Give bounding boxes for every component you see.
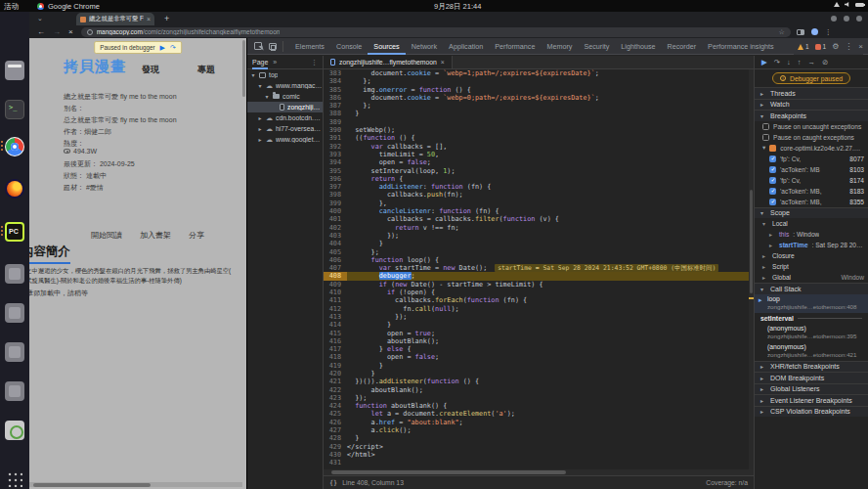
line-number[interactable]: 415 xyxy=(324,330,347,337)
expand-arrow-icon[interactable]: ▸ xyxy=(769,242,775,248)
line-number[interactable]: 413 xyxy=(324,313,347,321)
line-number[interactable]: 421 xyxy=(324,378,347,385)
line-number[interactable]: 427 xyxy=(324,426,347,434)
expand-arrow-icon[interactable]: ▾ xyxy=(250,71,256,78)
line-number[interactable]: 393 xyxy=(324,151,347,158)
page-horizontal-scrollbar[interactable] xyxy=(29,482,242,487)
line-number[interactable]: 394 xyxy=(324,158,347,166)
line-number[interactable]: 399 xyxy=(324,200,347,207)
side-panel-icon[interactable] xyxy=(797,29,804,35)
line-number[interactable]: 388 xyxy=(324,110,347,117)
code-line-383[interactable]: 383 document.cookie = `webp=1;path=/;exp… xyxy=(324,69,754,77)
code-line-413[interactable]: 413 }); xyxy=(324,313,754,321)
code-line-414[interactable]: 414 } xyxy=(324,321,754,329)
code-viewer[interactable]: 383 document.cookie = `webp=1;path=/;exp… xyxy=(324,69,754,469)
breakpoint-item[interactable]: 'acToken': MB,8355 xyxy=(755,197,868,207)
code-line-424[interactable]: 424 function aboutBlank() { xyxy=(324,402,754,410)
code-line-425[interactable]: 425 let a = document.createElement('a'); xyxy=(324,410,754,418)
dock-icon-pycharm[interactable] xyxy=(5,222,24,242)
checkbox-checked[interactable] xyxy=(769,188,776,195)
breakpoint-item[interactable]: 'fp': Cv,8077 xyxy=(755,154,868,164)
code-line-407[interactable]: 407 var startTime = new Date();startTime… xyxy=(324,264,754,272)
line-number[interactable]: 385 xyxy=(324,86,347,94)
clock[interactable]: 9月28日 21:44 xyxy=(434,2,481,12)
line-number[interactable]: 395 xyxy=(324,167,347,175)
line-number[interactable]: 389 xyxy=(324,118,347,126)
editor-horizontal-scrollbar[interactable] xyxy=(324,469,754,475)
step-out-icon[interactable]: ↑ xyxy=(798,58,802,67)
code-line-411[interactable]: 411 callbacks.forEach(function (fn) { xyxy=(324,296,754,304)
line-number[interactable]: 392 xyxy=(324,143,347,151)
scope-row[interactable]: ▸Script xyxy=(755,261,868,272)
line-number[interactable]: 414 xyxy=(324,321,347,329)
line-number[interactable]: 398 xyxy=(324,191,347,199)
code-line-385[interactable]: 385 img.onerror = function () { xyxy=(324,86,754,94)
line-number[interactable]: 405 xyxy=(324,248,347,256)
browser-tab[interactable]: 總之就是非常可愛 Fly m × xyxy=(76,13,154,25)
line-number[interactable]: 431 xyxy=(324,459,347,467)
section-call-stack[interactable]: ▾Call Stack xyxy=(755,283,868,294)
step-over-icon[interactable]: ↷ xyxy=(774,58,780,67)
section-event-listener-breakpoints[interactable]: ▸Event Listener Breakpoints xyxy=(755,394,868,406)
dock-icon-app-2[interactable] xyxy=(5,303,24,323)
code-line-401[interactable]: 401 callbacks = callbacks.filter(functio… xyxy=(324,215,754,223)
code-line-399[interactable]: 399 }, xyxy=(324,200,754,207)
tree-item-top[interactable]: ▾top xyxy=(247,69,323,80)
code-line-430[interactable]: 430</html> xyxy=(324,451,754,459)
code-line-428[interactable]: 428 } xyxy=(324,434,754,442)
line-number[interactable]: 407 xyxy=(324,264,347,272)
tree-item-www-mangacopy-[interactable]: ▾☁www.mangacopy.. xyxy=(247,80,323,91)
devtools-tab-sources[interactable]: Sources xyxy=(368,38,405,55)
section-threads[interactable]: ▸Threads xyxy=(755,87,868,99)
line-number[interactable]: 428 xyxy=(324,434,347,442)
line-number[interactable]: 391 xyxy=(324,134,347,142)
expand-arrow-icon[interactable]: ▸ xyxy=(257,125,263,132)
step-into-icon[interactable]: ↓ xyxy=(787,58,791,67)
code-line-421[interactable]: 421 })()).addListener(function () { xyxy=(324,378,754,385)
issues-badge[interactable]: 1 xyxy=(815,43,827,50)
line-number[interactable]: 400 xyxy=(324,207,347,215)
code-line-406[interactable]: 406 function loop() { xyxy=(324,256,754,264)
line-number[interactable]: 384 xyxy=(324,77,347,85)
line-number[interactable]: 417 xyxy=(324,345,347,353)
code-line-400[interactable]: 400 cancleListenr: function (fn) { xyxy=(324,207,754,215)
line-number[interactable]: 387 xyxy=(324,102,347,110)
code-line-393[interactable]: 393 timeLimit = 50, xyxy=(324,151,754,158)
devtools-tab-lighthouse[interactable]: Lighthouse xyxy=(615,38,661,55)
checkbox-unchecked[interactable] xyxy=(762,134,769,141)
system-tray[interactable] xyxy=(834,2,864,7)
line-number[interactable]: 401 xyxy=(324,215,347,223)
forward-button[interactable]: → xyxy=(53,27,61,36)
code-line-398[interactable]: 398 callbacks.push(fn); xyxy=(324,191,754,199)
devtools-tab-network[interactable]: Network xyxy=(406,38,443,55)
add-bookshelf-button[interactable]: 加入書架 xyxy=(140,230,171,241)
step-over-banner-icon[interactable]: ↷ xyxy=(170,44,176,52)
code-line-386[interactable]: 386 document.cookie = `webp=0;path=/;exp… xyxy=(324,94,754,102)
step-icon[interactable]: → xyxy=(808,58,816,67)
code-line-397[interactable]: 397 addListener: function (fn) { xyxy=(324,183,754,191)
editor-file-tab[interactable]: zongzhijiushife…flymetothemoon × xyxy=(324,56,453,68)
code-line-412[interactable]: 412 fn.call(null); xyxy=(324,305,754,313)
dock-icon-app-1[interactable] xyxy=(5,264,24,284)
pause-option[interactable]: Pause on caught exceptions xyxy=(755,132,868,143)
line-number[interactable]: 408 xyxy=(324,272,347,280)
expand-arrow-icon[interactable]: ▾ xyxy=(762,220,768,227)
page-vertical-scrollbar[interactable] xyxy=(242,40,245,97)
site-info-icon[interactable] xyxy=(87,29,93,35)
browser-menu-icon[interactable]: ⋮ xyxy=(825,28,832,36)
tab-search-chevron-icon[interactable]: ⌄ xyxy=(37,15,43,22)
section-csp-violation-breakpoints[interactable]: ▸CSP Violation Breakpoints xyxy=(755,406,868,418)
scope-row[interactable]: ▸this: Window xyxy=(755,229,868,240)
section-global-listeners[interactable]: ▸Global Listeners xyxy=(755,383,868,395)
section-xhr-fetch-breakpoints[interactable]: ▸XHR/fetch Breakpoints xyxy=(755,361,868,373)
code-line-409[interactable]: 409 if (new Date() - startTime > timeLim… xyxy=(324,281,754,289)
new-tab-button[interactable]: + xyxy=(164,14,169,23)
devtools-tab-application[interactable]: Application xyxy=(443,38,489,55)
share-button[interactable]: 分享 xyxy=(189,230,204,241)
code-line-396[interactable]: 396 return { xyxy=(324,175,754,183)
site-logo[interactable]: 拷貝漫畫 xyxy=(64,58,126,76)
code-line-427[interactable]: 427 a.click(); xyxy=(324,426,754,434)
window-controls[interactable] xyxy=(831,16,862,22)
tree-item-www-googletagm-[interactable]: ▸☁www.googletagm... xyxy=(247,134,323,145)
code-line-405[interactable]: 405 }; xyxy=(324,248,754,256)
